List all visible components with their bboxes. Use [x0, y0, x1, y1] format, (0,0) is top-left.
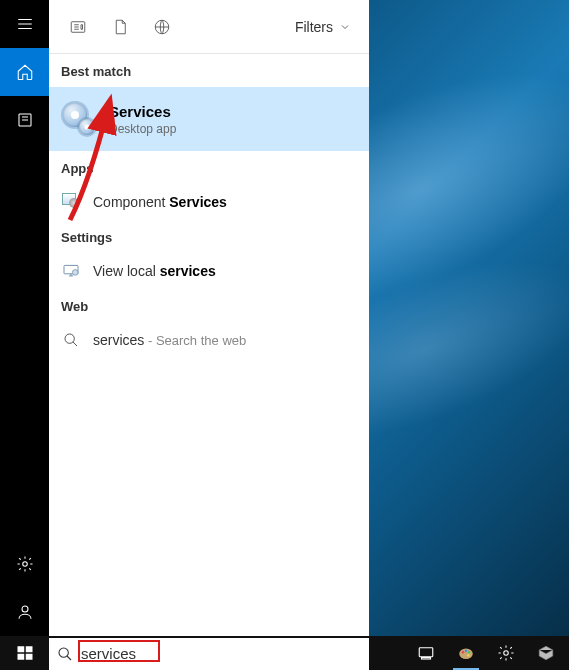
result-subtitle: Desktop app: [109, 122, 176, 136]
store-app-button[interactable]: [529, 636, 563, 670]
section-best-match: Best match: [49, 54, 369, 87]
svg-rect-10: [17, 654, 24, 660]
result-component-services[interactable]: Component Services: [49, 184, 369, 220]
filters-dropdown[interactable]: Filters: [285, 19, 361, 35]
svg-point-6: [72, 270, 78, 276]
result-label: Component Services: [93, 194, 227, 210]
user-icon: [16, 603, 34, 621]
box-icon: [537, 644, 555, 662]
hamburger-icon: [16, 15, 34, 33]
taskbar: [0, 636, 569, 670]
recent-button[interactable]: [0, 96, 49, 144]
user-button[interactable]: [0, 588, 49, 636]
svg-point-18: [468, 651, 470, 653]
result-title: Services: [109, 103, 176, 120]
gear-icon: [497, 644, 515, 662]
section-web: Web: [49, 289, 369, 322]
windows-logo-icon: [16, 644, 34, 662]
taskbar-search-input[interactable]: [81, 645, 361, 662]
component-services-icon: [61, 192, 81, 212]
task-view-icon: [417, 644, 435, 662]
home-button[interactable]: [0, 48, 49, 96]
section-settings: Settings: [49, 220, 369, 253]
svg-rect-14: [422, 658, 431, 660]
scope-all-button[interactable]: [57, 0, 99, 54]
svg-point-7: [65, 334, 74, 343]
section-apps: Apps: [49, 151, 369, 184]
paint-app-button[interactable]: [449, 636, 483, 670]
svg-rect-13: [419, 648, 433, 657]
scope-documents-button[interactable]: [99, 0, 141, 54]
result-view-local-services[interactable]: View local services: [49, 253, 369, 289]
search-icon: [57, 646, 73, 662]
document-icon: [111, 18, 129, 36]
filters-label: Filters: [295, 19, 333, 35]
svg-rect-11: [25, 654, 32, 660]
result-label: View local services: [93, 263, 216, 279]
news-icon: [69, 18, 87, 36]
result-services-app[interactable]: Services Desktop app: [49, 87, 369, 151]
search-panel-top-bar: Filters: [49, 0, 369, 54]
cortana-search-panel: Filters Best match Services Desktop app …: [49, 0, 369, 636]
svg-point-17: [465, 650, 467, 652]
svg-point-20: [504, 651, 509, 656]
gear-icon: [16, 555, 34, 573]
result-web-search[interactable]: services - Search the web: [49, 322, 369, 358]
scope-web-button[interactable]: [141, 0, 183, 54]
svg-rect-9: [25, 646, 32, 652]
services-app-icon: [61, 101, 97, 137]
monitor-settings-icon: [61, 261, 81, 281]
svg-point-19: [467, 654, 469, 656]
chevron-down-icon: [339, 21, 351, 33]
task-view-button[interactable]: [409, 636, 443, 670]
hamburger-menu-button[interactable]: [0, 0, 49, 48]
svg-point-1: [22, 562, 27, 567]
settings-button[interactable]: [0, 540, 49, 588]
start-left-rail: [0, 0, 49, 636]
globe-icon: [153, 18, 171, 36]
start-button[interactable]: [0, 636, 49, 670]
settings-app-button[interactable]: [489, 636, 523, 670]
search-icon: [61, 330, 81, 350]
recent-icon: [16, 111, 34, 129]
home-icon: [16, 63, 34, 81]
svg-point-12: [59, 648, 68, 657]
svg-rect-8: [17, 646, 24, 652]
svg-point-2: [22, 606, 28, 612]
result-label: services - Search the web: [93, 332, 246, 348]
svg-point-16: [462, 651, 464, 653]
taskbar-right: [403, 636, 569, 670]
taskbar-search-box[interactable]: [49, 638, 369, 670]
paint-palette-icon: [457, 644, 475, 662]
